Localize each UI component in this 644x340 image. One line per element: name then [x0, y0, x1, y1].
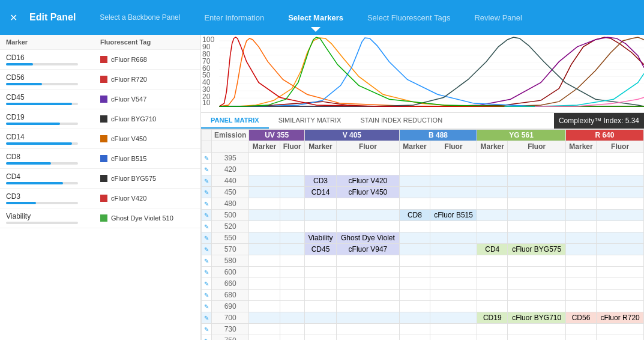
- marker-list-item[interactable]: CD3 cFluor V420: [0, 189, 200, 208]
- edit-icon[interactable]: ✎: [204, 338, 209, 340]
- step-review-panel[interactable]: Review Panel: [462, 8, 534, 27]
- b488-marker-header: Marker: [399, 141, 430, 153]
- table-row: ✎600: [202, 267, 644, 278]
- edit-icon-cell[interactable]: ✎: [202, 175, 212, 187]
- step-enter-information[interactable]: Enter Information: [192, 8, 276, 27]
- header: ✕ Edit Panel Select a Backbone Panel Ent…: [0, 0, 644, 35]
- marker-cell: [399, 244, 430, 255]
- marker-cell: CD45: [304, 244, 336, 255]
- fluor-cell: [430, 187, 477, 198]
- marker-list-item[interactable]: CD8 cFluor B515: [0, 149, 200, 169]
- emission-cell: 580: [212, 255, 249, 267]
- marker-cell: [477, 267, 508, 278]
- fluor-cell: cFluor BYG710: [508, 312, 565, 324]
- marker-info: CD14: [6, 133, 100, 145]
- edit-icon-cell[interactable]: ✎: [202, 210, 212, 221]
- marker-list-item[interactable]: CD14 cFluor V450: [0, 129, 200, 149]
- edit-icon[interactable]: ✎: [204, 315, 209, 321]
- step-select-markers[interactable]: Select Markers: [276, 8, 355, 27]
- fluor-cell: [280, 267, 304, 278]
- edit-icon[interactable]: ✎: [204, 155, 209, 162]
- fluor-cell: [337, 153, 400, 164]
- edit-icon-cell[interactable]: ✎: [202, 312, 212, 324]
- fluor-cell: [280, 301, 304, 312]
- edit-icon-cell[interactable]: ✎: [202, 153, 212, 164]
- marker-cell: [249, 210, 280, 221]
- fluor-name: Ghost Dye Violet 510: [111, 214, 173, 222]
- matrix-tabs: PANEL MATRIX SIMILARITY MATRIX STAIN IND…: [201, 113, 644, 129]
- edit-icon-cell[interactable]: ✎: [202, 198, 212, 210]
- marker-cell: [399, 153, 430, 164]
- table-row: ✎730: [202, 324, 644, 335]
- marker-name: CD3: [6, 192, 100, 201]
- page-title: Edit Panel: [29, 12, 76, 23]
- breadcrumb[interactable]: Select a Backbone Panel: [100, 13, 180, 22]
- marker-cell: [477, 290, 508, 301]
- marker-cell: [565, 267, 596, 278]
- edit-icon-cell[interactable]: ✎: [202, 187, 212, 198]
- fluor-cell: [337, 290, 400, 301]
- edit-icon-cell[interactable]: ✎: [202, 232, 212, 244]
- marker-list-item[interactable]: CD19 cFluor BYG710: [0, 109, 200, 129]
- marker-list-item[interactable]: CD56 cFluor R720: [0, 70, 200, 90]
- edit-icon-cell[interactable]: ✎: [202, 278, 212, 290]
- fluor-cell: [430, 198, 477, 210]
- edit-icon[interactable]: ✎: [204, 281, 209, 287]
- marker-list-item[interactable]: CD4 cFluor BYG575: [0, 169, 200, 189]
- tab-panel-matrix[interactable]: PANEL MATRIX: [201, 113, 269, 129]
- table-row: ✎660: [202, 278, 644, 290]
- edit-icon[interactable]: ✎: [204, 258, 209, 264]
- edit-icon[interactable]: ✎: [204, 178, 209, 184]
- marker-list-item[interactable]: CD45 cFluor V547: [0, 90, 200, 109]
- svg-text:10: 10: [202, 99, 211, 107]
- edit-icon[interactable]: ✎: [204, 189, 209, 196]
- edit-icon-cell[interactable]: ✎: [202, 267, 212, 278]
- edit-icon[interactable]: ✎: [204, 201, 209, 207]
- marker-cell: [399, 255, 430, 267]
- edit-icon[interactable]: ✎: [204, 326, 209, 333]
- complexity-badge: Complexity™ Index: 5.34: [554, 113, 644, 129]
- marker-cell: Viability: [304, 232, 336, 244]
- emission-cell: 600: [212, 267, 249, 278]
- edit-icon[interactable]: ✎: [204, 269, 209, 276]
- marker-cell: [304, 301, 336, 312]
- edit-icon-cell[interactable]: ✎: [202, 221, 212, 232]
- fluor-cell: [337, 324, 400, 335]
- edit-icon[interactable]: ✎: [204, 166, 209, 173]
- edit-icon-cell[interactable]: ✎: [202, 244, 212, 255]
- edit-icon-cell[interactable]: ✎: [202, 335, 212, 341]
- edit-icon-cell[interactable]: ✎: [202, 255, 212, 267]
- marker-list-item[interactable]: CD16 cFluor R668: [0, 50, 200, 70]
- marker-bar-bg: [6, 222, 78, 224]
- edit-icon[interactable]: ✎: [204, 246, 209, 253]
- tab-stain-index-reduction[interactable]: STAIN INDEX REDUCTION: [351, 113, 452, 129]
- v405-header: V 405: [304, 130, 399, 141]
- edit-icon-cell[interactable]: ✎: [202, 164, 212, 175]
- close-button[interactable]: ✕: [10, 12, 17, 23]
- marker-name: CD19: [6, 113, 100, 121]
- tab-similarity-matrix[interactable]: SIMILARITY MATRIX: [269, 113, 351, 129]
- marker-bar-bg: [6, 103, 78, 105]
- fluor-cell: [430, 301, 477, 312]
- fluor-info: cFluor V420: [100, 195, 194, 202]
- edit-icon[interactable]: ✎: [204, 223, 209, 230]
- step-select-fluorescent-tags[interactable]: Select Fluorescent Tags: [355, 8, 463, 27]
- fluor-cell: [430, 278, 477, 290]
- edit-icon-cell[interactable]: ✎: [202, 324, 212, 335]
- marker-list-item[interactable]: Viability Ghost Dye Violet 510: [0, 208, 200, 228]
- emission-cell: 680: [212, 290, 249, 301]
- fluor-cell: [597, 290, 644, 301]
- edit-icon[interactable]: ✎: [204, 212, 209, 219]
- table-row: ✎520: [202, 221, 644, 232]
- fluor-name: cFluor V547: [111, 96, 146, 103]
- edit-icon[interactable]: ✎: [204, 303, 209, 310]
- fluor-cell: [280, 312, 304, 324]
- marker-cell: [565, 301, 596, 312]
- marker-bar-bg: [6, 123, 78, 125]
- fluor-color-dot: [100, 214, 107, 222]
- edit-icon-cell[interactable]: ✎: [202, 301, 212, 312]
- matrix-table-area[interactable]: Emission UV 355 V 405 B 488 YG 561 R 640…: [201, 129, 644, 340]
- edit-icon[interactable]: ✎: [204, 292, 209, 299]
- edit-icon[interactable]: ✎: [204, 235, 209, 241]
- edit-icon-cell[interactable]: ✎: [202, 290, 212, 301]
